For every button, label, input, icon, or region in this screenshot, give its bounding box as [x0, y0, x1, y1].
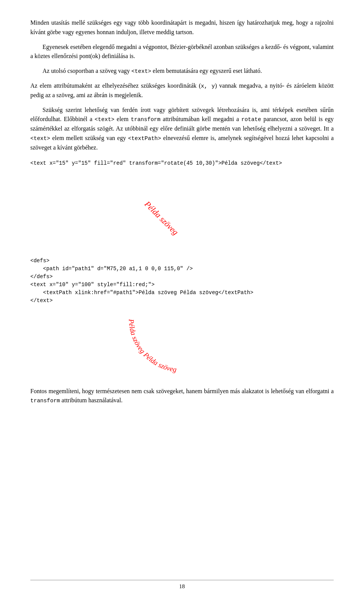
p5-code2: transform [131, 117, 160, 123]
svg-demo-1: Példa szöveg [30, 174, 334, 250]
p5c-text-mid: elem mellett szükség van egy [50, 135, 128, 141]
page-number: 18 [179, 583, 185, 589]
p4-code1: x, y [201, 83, 215, 89]
p5c-code-textpath: <textPath> [128, 135, 161, 142]
p3-text-after: elem bemutatására egy egyszerű eset láth… [151, 68, 262, 74]
p3-code1: <text> [132, 68, 151, 74]
svg-demo-2: Példa szöveg Példa szöveg [30, 312, 334, 380]
paragraph-5: Szükség szerint lehetőség van ferdén íro… [30, 106, 334, 153]
paragraph-2: Egyenesek esetében elegendő megadni a vé… [30, 43, 334, 61]
svg-text:Példa szöveg: Példa szöveg [143, 199, 180, 237]
svg-text:Példa szöveg Példa szöveg: Példa szöveg Példa szöveg [127, 318, 177, 373]
paragraph-6: Fontos megemlíteni, hogy természetesen n… [30, 387, 334, 406]
p5c-code-text: <text> [30, 135, 50, 142]
p4-text-before: Az elem attribútumaként az elhelyezéséhe… [30, 82, 201, 89]
p6-code-transform: transform [30, 398, 60, 404]
p5-code-text: <text> [95, 117, 115, 123]
paragraph-1: Minden utasítás mellé szükséges egy vagy… [30, 18, 334, 37]
svg-textpath: Példa szöveg Példa szöveg [118, 312, 246, 380]
footer: 18 [30, 580, 334, 590]
paragraph-4: Az elem attribútumaként az elhelyezéséhe… [30, 81, 334, 100]
code-block-1: <text x="15" y="15" fill="red" transform… [30, 159, 334, 167]
p5-text-after2: attribútumában kell megadni a [160, 116, 241, 122]
paragraph-3: Az utolsó csoportban a szöveg vagy <text… [30, 66, 334, 76]
code-block-2: <defs> <path id="path1" d="M75,20 a1,1 0… [30, 257, 334, 305]
p2-text: Egyenesek esetében elegendő megadni a vé… [30, 44, 334, 60]
p3-text-before: Az utolsó csoportban a szöveg vagy [42, 68, 132, 74]
p6-text: Fontos megemlíteni, hogy természetesen n… [30, 388, 334, 394]
svg-rotated-text: Példa szöveg [125, 174, 239, 250]
page: Minden utasítás mellé szükséges egy vagy… [0, 0, 364, 611]
p5-text-after-code: elem [115, 116, 131, 122]
p6-text-end: attribútum használatával. [60, 397, 122, 403]
p5-code3: rotate [241, 117, 261, 123]
p1-text: Minden utasítás mellé szükséges egy vagy… [30, 19, 334, 35]
